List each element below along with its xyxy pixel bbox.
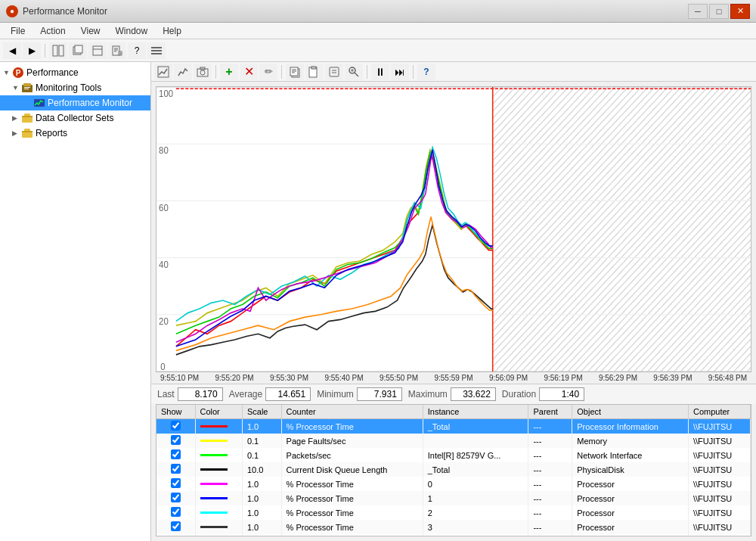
- sidebar-item-reports[interactable]: ▶ Reports: [0, 126, 150, 141]
- menu-help[interactable]: Help: [155, 24, 189, 38]
- monitoring-tools-expand[interactable]: ▼: [12, 84, 21, 92]
- row-show[interactable]: [156, 491, 195, 505]
- row-scale: 1.0: [242, 534, 281, 536]
- row-show[interactable]: [156, 520, 195, 534]
- graph-type-button[interactable]: [174, 64, 192, 80]
- line-graph-button[interactable]: [154, 64, 172, 80]
- row-parent: ---: [528, 520, 572, 534]
- reports-expand[interactable]: ▶: [12, 129, 21, 137]
- row-color: [195, 462, 242, 477]
- add-counter-button[interactable]: +: [220, 64, 238, 80]
- menu-action[interactable]: Action: [33, 24, 73, 38]
- dur-label: Duration: [502, 389, 536, 400]
- table-row[interactable]: 1.0% Processor Time1---Processor\\FUJITS…: [156, 491, 751, 505]
- table-row[interactable]: 1.0% Processor Time_Total---Processor In…: [156, 419, 751, 434]
- row-object: Network Interface: [572, 448, 689, 462]
- help-monitor-button[interactable]: ?: [417, 64, 435, 80]
- copy-properties-button[interactable]: [286, 64, 304, 80]
- export-list[interactable]: [108, 42, 126, 59]
- row-scale: 1.0: [242, 505, 281, 520]
- menu-view[interactable]: View: [73, 24, 108, 38]
- row-counter: Current Disk Queue Length: [281, 462, 423, 477]
- x-label-0: 9:55:10 PM: [160, 374, 199, 382]
- svg-rect-29: [158, 67, 169, 77]
- forward-button[interactable]: ▶: [23, 42, 41, 59]
- col-scale: Scale: [242, 405, 281, 419]
- row-scale: 1.0: [242, 477, 281, 491]
- row-computer: \\FUJITSU: [688, 520, 750, 534]
- svg-rect-13: [151, 47, 162, 48]
- x-label-10: 9:56:48 PM: [708, 374, 747, 382]
- row-show[interactable]: [156, 448, 195, 462]
- row-object: Memory: [572, 434, 689, 448]
- svg-text:80: 80: [159, 145, 169, 155]
- help-button[interactable]: ?: [128, 42, 146, 59]
- row-show[interactable]: [156, 462, 195, 477]
- row-show[interactable]: [156, 534, 195, 536]
- row-parent: ---: [528, 534, 572, 536]
- zoom-button[interactable]: [345, 64, 363, 80]
- avg-label: Average: [229, 389, 262, 400]
- back-button[interactable]: ◀: [3, 42, 21, 59]
- svg-rect-3: [75, 45, 82, 53]
- restore-button[interactable]: □: [709, 4, 729, 19]
- col-computer: Computer: [688, 405, 750, 419]
- row-computer: \\FUJITSU: [688, 534, 750, 536]
- max-value: 33.622: [451, 387, 496, 401]
- monitor-sep-2: [281, 65, 282, 79]
- svg-rect-49: [493, 87, 751, 372]
- row-show[interactable]: [156, 419, 195, 434]
- svg-text:100: 100: [159, 89, 173, 98]
- table-row[interactable]: 1.0% Processor Time_Total---Processor\\F…: [156, 534, 751, 536]
- dcs-expand[interactable]: ▶: [12, 114, 21, 122]
- table-row[interactable]: 0.1Packets/secIntel[R] 82579V G...---Net…: [156, 448, 751, 462]
- row-show[interactable]: [156, 505, 195, 520]
- close-button[interactable]: ✕: [730, 4, 750, 19]
- app-icon: ●: [6, 5, 18, 17]
- show-console-tree[interactable]: [49, 42, 67, 59]
- menu-file[interactable]: File: [3, 24, 33, 38]
- properties-button[interactable]: [325, 64, 343, 80]
- highlight-button[interactable]: ✏: [259, 64, 277, 80]
- sidebar-item-data-collector-sets[interactable]: ▶ Data Collector Sets: [0, 110, 150, 126]
- table-row[interactable]: 1.0% Processor Time0---Processor\\FUJITS…: [156, 477, 751, 491]
- row-scale: 1.0: [242, 520, 281, 534]
- last-value: 8.170: [178, 387, 223, 401]
- x-label-5: 9:55:59 PM: [434, 374, 472, 382]
- table-row[interactable]: 10.0Current Disk Queue Length_Total---Ph…: [156, 462, 751, 477]
- sidebar-item-performance-monitor[interactable]: Performance Monitor: [0, 95, 150, 110]
- last-label: Last: [157, 389, 175, 400]
- tree-root-expand[interactable]: ▼: [3, 69, 12, 76]
- sidebar-item-monitoring-tools[interactable]: ▼ Monitoring Tools: [0, 80, 150, 95]
- row-show[interactable]: [156, 477, 195, 491]
- new-taskpad[interactable]: [88, 42, 107, 59]
- monitor-sep-3: [367, 65, 367, 79]
- tree-root[interactable]: ▼ P Performance: [0, 65, 150, 80]
- chart-area: 100 80 60 40 20 0: [156, 86, 751, 372]
- main-toolbar: ◀ ▶ ?: [0, 39, 756, 62]
- x-label-1: 9:55:20 PM: [215, 374, 253, 382]
- x-label-6: 9:56:09 PM: [489, 374, 528, 382]
- window-controls: ─ □ ✕: [688, 4, 750, 19]
- performance-monitor-label: Performance Monitor: [48, 98, 132, 108]
- table-row[interactable]: 0.1Page Faults/sec---Memory\\FUJITSU: [156, 434, 751, 448]
- row-computer: \\FUJITSU: [688, 419, 750, 434]
- minimize-button[interactable]: ─: [688, 4, 708, 19]
- pause-button[interactable]: ⏸: [371, 64, 389, 80]
- col-instance: Instance: [423, 405, 528, 419]
- delete-counter-button[interactable]: ✕: [240, 64, 258, 80]
- counter-table: Show Color Scale Counter Instance Parent…: [156, 405, 751, 536]
- table-row[interactable]: 1.0% Processor Time3---Processor\\FUJITS…: [156, 520, 751, 534]
- row-show[interactable]: [156, 434, 195, 448]
- new-window[interactable]: [69, 42, 87, 59]
- menu-window[interactable]: Window: [108, 24, 156, 38]
- row-counter: Page Faults/sec: [281, 434, 423, 448]
- extra-button[interactable]: [147, 42, 166, 59]
- min-value: 7.931: [357, 387, 402, 401]
- row-object: Processor: [572, 477, 689, 491]
- table-row[interactable]: 1.0% Processor Time2---Processor\\FUJITS…: [156, 505, 751, 520]
- camera-button[interactable]: [194, 64, 212, 80]
- stop-button[interactable]: ⏭: [391, 64, 409, 80]
- paste-properties-button[interactable]: [305, 64, 324, 80]
- row-instance: [423, 434, 528, 448]
